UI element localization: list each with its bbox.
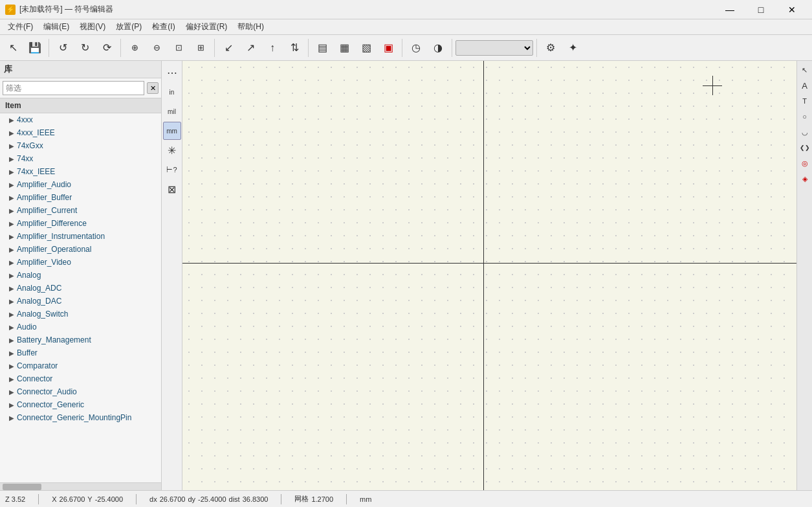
library-header: 库 — [0, 61, 161, 78]
zoom-out-button[interactable]: ⊖ — [146, 38, 167, 58]
list-item[interactable]: ▶Connector — [0, 372, 161, 385]
rp-cursor-button[interactable]: ↖ — [798, 63, 811, 76]
rp-red-button-1[interactable]: ◎ — [798, 157, 811, 170]
tool-button-12[interactable]: ✦ — [562, 38, 583, 58]
arrow-icon: ▶ — [9, 298, 14, 305]
menu-file[interactable]: 文件(F) — [3, 20, 38, 34]
tool-button-4[interactable]: ⇅ — [284, 38, 305, 58]
unit-inch-button[interactable]: in — [163, 83, 181, 101]
list-item[interactable]: ▶Connector_Generic_MountingPin — [0, 411, 161, 424]
refresh-button[interactable]: ⟳ — [96, 38, 117, 58]
list-item[interactable]: ▶Amplifier_Audio — [0, 178, 161, 191]
tool-button-7[interactable]: ▧ — [356, 38, 377, 58]
list-item[interactable]: ▶Analog_ADC — [0, 282, 161, 295]
search-input[interactable] — [3, 81, 144, 95]
menu-place[interactable]: 放置(P) — [111, 20, 147, 34]
zoom-actual-button[interactable]: ⊞ — [190, 38, 211, 58]
window-controls: — □ ✕ — [715, 0, 807, 19]
menu-inspect[interactable]: 检查(I) — [147, 20, 180, 34]
status-sep-3 — [281, 494, 281, 504]
list-item[interactable]: ▶74xx_IEEE — [0, 165, 161, 178]
list-item[interactable]: ▶Amplifier_Buffer — [0, 191, 161, 204]
arrow-icon: ▶ — [9, 155, 14, 163]
list-item[interactable]: ▶Analog — [0, 269, 161, 282]
arrow-icon: ▶ — [9, 350, 14, 357]
list-item[interactable]: ▶Battery_Management — [0, 333, 161, 346]
horizontal-scrollbar-thumb[interactable] — [3, 484, 41, 490]
menu-help[interactable]: 帮助(H) — [232, 20, 269, 34]
menu-view[interactable]: 视图(V) — [74, 20, 111, 34]
save-button[interactable]: 💾 — [25, 38, 45, 58]
rp-red-button-2[interactable]: ◈ — [798, 172, 811, 185]
rp-text-button[interactable]: A — [798, 79, 811, 92]
rp-arc-button[interactable]: ◡ — [798, 126, 811, 139]
arrow-icon: ▶ — [9, 259, 14, 266]
snap-button[interactable]: ✳ — [163, 141, 181, 159]
search-bar: ✕ — [0, 78, 161, 98]
tool-button-5[interactable]: ▤ — [312, 38, 333, 58]
list-item[interactable]: ▶74xGxx — [0, 139, 161, 152]
arrow-icon: ▶ — [9, 285, 14, 292]
zoom-fit-button[interactable]: ⊡ — [168, 38, 189, 58]
list-item[interactable]: ▶4xxx_IEEE — [0, 126, 161, 139]
list-item[interactable]: ▶74xx — [0, 152, 161, 165]
zoom-in-button[interactable]: ⊕ — [124, 38, 145, 58]
canvas-area[interactable] — [182, 61, 796, 490]
tool-button-10[interactable]: ◑ — [428, 38, 448, 58]
convert-button[interactable]: ⊠ — [163, 180, 181, 198]
list-item[interactable]: ▶Amplifier_Difference — [0, 217, 161, 230]
undo-button[interactable]: ↺ — [52, 38, 73, 58]
maximize-button[interactable]: □ — [746, 0, 776, 19]
list-item[interactable]: ▶Connector_Audio — [0, 385, 161, 398]
list-item[interactable]: ▶Buffer — [0, 346, 161, 359]
pin-view-button[interactable]: ⊢? — [163, 161, 181, 179]
arrow-icon: ▶ — [9, 117, 14, 124]
dx-value: 26.6700 — [160, 495, 186, 503]
y-label: Y — [87, 495, 92, 503]
redo-button[interactable]: ↻ — [74, 38, 95, 58]
arrow-icon: ▶ — [9, 194, 14, 201]
minimize-button[interactable]: — — [715, 0, 745, 19]
tool-button-3[interactable]: ↑ — [262, 38, 283, 58]
arrow-icon: ▶ — [9, 207, 14, 214]
grid-value: 1.2700 — [311, 495, 333, 503]
search-clear-button[interactable]: ✕ — [147, 82, 159, 94]
close-button[interactable]: ✕ — [777, 0, 807, 19]
list-item[interactable]: ▶Amplifier_Instrumentation — [0, 230, 161, 243]
list-item[interactable]: ▶Analog_DAC — [0, 295, 161, 308]
status-sep-4 — [346, 494, 347, 504]
right-panel: ↖ A T ○ ◡ ❮❯ ◎ ◈ — [796, 61, 812, 490]
list-item[interactable]: ▶Amplifier_Video — [0, 256, 161, 269]
tool-button-11[interactable]: ⚙ — [540, 38, 561, 58]
list-item[interactable]: ▶Connector_Generic — [0, 398, 161, 411]
tool-button-6[interactable]: ▦ — [334, 38, 355, 58]
menu-edit[interactable]: 编辑(E) — [38, 20, 74, 34]
window-title: [未加载符号] — 符号编辑器 — [19, 4, 113, 15]
list-item[interactable]: ▶4xxx — [0, 113, 161, 126]
tool-button-8[interactable]: ▣ — [378, 38, 399, 58]
net-combo[interactable] — [455, 40, 533, 56]
list-item[interactable]: ▶Audio — [0, 321, 161, 333]
list-item[interactable]: ▶Amplifier_Current — [0, 204, 161, 217]
unit-mil-button[interactable]: mil — [163, 102, 181, 120]
rp-special-button[interactable]: ❮❯ — [798, 141, 811, 154]
tool-button-2[interactable]: ↗ — [240, 38, 261, 58]
tool-button-9[interactable]: ◷ — [406, 38, 426, 58]
grid-view-button[interactable]: ⋯ — [163, 63, 181, 82]
canvas-vline-left — [483, 61, 484, 490]
list-item[interactable]: ▶Analog_Switch — [0, 308, 161, 321]
canvas-grid — [182, 61, 796, 490]
horizontal-scrollbar[interactable] — [0, 482, 161, 490]
rp-circle-button[interactable]: ○ — [798, 110, 811, 123]
unit-mm-button[interactable]: mm — [163, 122, 181, 140]
arrow-icon: ▶ — [9, 363, 14, 370]
list-item[interactable]: ▶Amplifier_Operational — [0, 243, 161, 256]
menu-preferences[interactable]: 偏好设置(R) — [181, 20, 233, 34]
rp-line-button[interactable]: T — [798, 95, 811, 107]
item-list: ▶4xxx ▶4xxx_IEEE ▶74xGxx ▶74xx ▶74xx_IEE… — [0, 113, 161, 482]
cursor-tool-button[interactable]: ↖ — [3, 38, 23, 58]
tool-button-1[interactable]: ↙ — [218, 38, 239, 58]
arrow-icon: ▶ — [9, 181, 14, 188]
list-item[interactable]: ▶Comparator — [0, 359, 161, 372]
title-bar: ⚡ [未加载符号] — 符号编辑器 — □ ✕ — [0, 0, 812, 19]
